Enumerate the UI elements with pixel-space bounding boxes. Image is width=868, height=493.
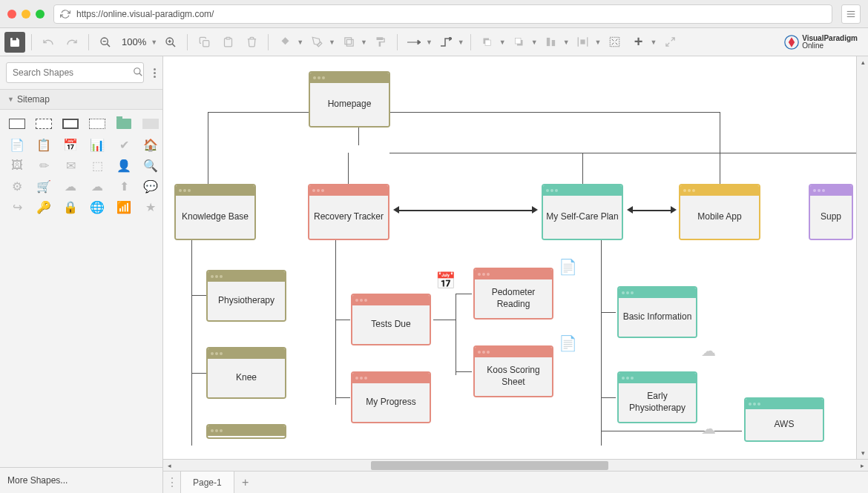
shape-image-icon[interactable]: 🖼 [7, 159, 27, 172]
to-front-button[interactable] [477, 32, 498, 53]
align-button[interactable] [541, 32, 562, 53]
zoom-level[interactable]: 100% [119, 36, 149, 47]
node-recovery-tracker[interactable]: Recovery Tracker [308, 184, 389, 240]
svg-marker-16 [450, 37, 452, 40]
shape-palette: 📄 📋 📅 📊 ✔ 🏠 🖼 ✏ ✉ ⬚ 👤 🔍 ⚙ 🛒 ☁ ☁ ⬆ 💬 ↪ 🔑 … [0, 110, 162, 221]
hamburger-menu-icon[interactable] [841, 4, 861, 24]
undo-button[interactable] [38, 32, 59, 53]
delete-button[interactable] [241, 32, 262, 53]
shape-rss-icon[interactable]: 📶 [114, 200, 134, 214]
waypoint-button[interactable] [435, 32, 456, 53]
scroll-right-icon[interactable]: ▸ [856, 460, 868, 472]
scrollbar-thumb[interactable] [371, 461, 608, 470]
copy-button[interactable] [194, 32, 214, 53]
shape-chart-icon[interactable]: 📊 [88, 138, 107, 151]
shape-cloud-icon[interactable]: ☁ [61, 179, 80, 193]
save-button[interactable] [4, 32, 25, 53]
tab-grip-icon[interactable]: ⋮ [163, 472, 181, 494]
shape-key-icon[interactable]: 🔑 [34, 200, 53, 214]
minimize-window-icon[interactable] [22, 10, 30, 19]
format-painter-button[interactable] [370, 32, 391, 53]
shape-calendar-icon[interactable]: 📅 [61, 138, 80, 151]
shape-pencil-icon[interactable]: ✏ [34, 159, 53, 172]
redo-button[interactable] [62, 32, 82, 53]
svg-rect-10 [203, 41, 208, 47]
node-self-care-plan[interactable]: My Self-Care Plan [542, 184, 623, 240]
shape-document-icon[interactable]: 📄 [7, 138, 27, 151]
svg-rect-25 [581, 40, 585, 44]
shape-chat-icon[interactable]: 💬 [141, 179, 160, 193]
logo: VisualParadigmOnline [784, 35, 864, 50]
node-mobile-app[interactable]: Mobile App [679, 184, 760, 240]
url-bar[interactable]: https://online.visual-paradigm.com/ [53, 4, 832, 24]
node-koos[interactable]: Koos Scoring Sheet [473, 345, 553, 397]
sidebar-options-icon[interactable] [152, 68, 157, 78]
page-tabs: ⋮ Page-1 + [163, 471, 868, 493]
more-shapes-button[interactable]: More Shapes... [0, 467, 162, 493]
search-shapes-input[interactable] [6, 62, 144, 83]
tab-page-1[interactable]: Page-1 [181, 472, 234, 494]
shape-cart-icon[interactable]: 🛒 [34, 179, 53, 193]
shape-org-icon[interactable]: ⬚ [88, 159, 107, 172]
add-button[interactable]: + [628, 32, 648, 53]
search-icon[interactable] [133, 67, 143, 77]
shape-rect-thick[interactable] [61, 117, 80, 130]
scroll-left-icon[interactable]: ◂ [163, 460, 175, 472]
shape-rect[interactable] [7, 117, 27, 130]
horizontal-scrollbar[interactable]: ◂ ▸ [163, 459, 868, 471]
connector-style-button[interactable] [404, 32, 424, 53]
shape-rect-dotted[interactable] [88, 117, 107, 130]
shape-rect-dashed[interactable] [34, 117, 53, 130]
shape-home-icon[interactable]: 🏠 [141, 138, 160, 151]
shape-check-icon[interactable]: ✔ [114, 138, 134, 151]
fill-color-button[interactable] [274, 32, 295, 53]
traffic-lights [7, 10, 45, 19]
close-window-icon[interactable] [7, 10, 16, 19]
shape-exit-icon[interactable]: ↪ [7, 200, 27, 214]
shape-folder[interactable] [114, 117, 134, 130]
node-aws[interactable]: AWS [744, 397, 824, 442]
shape-lock-icon[interactable]: 🔒 [61, 200, 80, 214]
scroll-up-icon[interactable]: ▴ [857, 56, 868, 68]
node-basic-info[interactable]: Basic Information [617, 286, 697, 338]
node-support[interactable]: Supp [809, 184, 853, 240]
node-partial[interactable] [206, 424, 286, 439]
logo-icon [784, 35, 799, 50]
fit-page-button[interactable] [604, 32, 625, 53]
shape-cloud2-icon[interactable]: ☁ [88, 179, 107, 193]
shape-gray[interactable] [141, 117, 160, 130]
shape-search-icon[interactable]: 🔍 [141, 159, 160, 172]
refresh-icon[interactable] [60, 9, 70, 19]
shape-globe-icon[interactable]: 🌐 [88, 200, 107, 214]
node-my-progress[interactable]: My Progress [351, 371, 431, 423]
node-pedometer[interactable]: Pedometer Reading [473, 268, 553, 320]
node-physiotherapy[interactable]: Physiotherapy [206, 270, 286, 322]
scroll-down-icon[interactable]: ▾ [857, 447, 868, 459]
zoom-in-button[interactable] [160, 32, 181, 53]
stroke-color-button[interactable] [306, 32, 327, 53]
zoom-caret-icon[interactable]: ▼ [151, 39, 157, 46]
paste-button[interactable] [217, 32, 238, 53]
shadow-button[interactable] [338, 32, 359, 53]
node-early-physio[interactable]: Early Physiotherapy [617, 371, 697, 423]
distribute-button[interactable] [573, 32, 594, 53]
category-label: Sitemap [17, 94, 50, 105]
to-back-button[interactable] [509, 32, 530, 53]
zoom-out-button[interactable] [95, 32, 116, 53]
shape-user-icon[interactable]: 👤 [114, 159, 134, 172]
vertical-scrollbar[interactable]: ▴ ▾ [856, 56, 868, 459]
shape-star-icon[interactable]: ★ [141, 200, 160, 214]
canvas[interactable]: Homepage Knowledge Base Recovery Tracker… [163, 56, 868, 459]
node-tests-due[interactable]: Tests Due [351, 294, 431, 345]
node-knowledge-base[interactable]: Knowledge Base [174, 184, 256, 240]
shape-gear-icon[interactable]: ⚙ [7, 179, 27, 193]
add-page-button[interactable]: + [234, 472, 257, 494]
shape-mail-icon[interactable]: ✉ [61, 159, 80, 172]
maximize-window-icon[interactable] [36, 10, 45, 19]
expand-button[interactable] [660, 32, 680, 53]
shape-copy-icon[interactable]: 📋 [34, 138, 53, 151]
category-sitemap[interactable]: ▼ Sitemap [0, 89, 162, 110]
shape-upload-icon[interactable]: ⬆ [114, 179, 134, 193]
node-homepage[interactable]: Homepage [309, 71, 390, 128]
node-knee[interactable]: Knee [206, 347, 286, 399]
